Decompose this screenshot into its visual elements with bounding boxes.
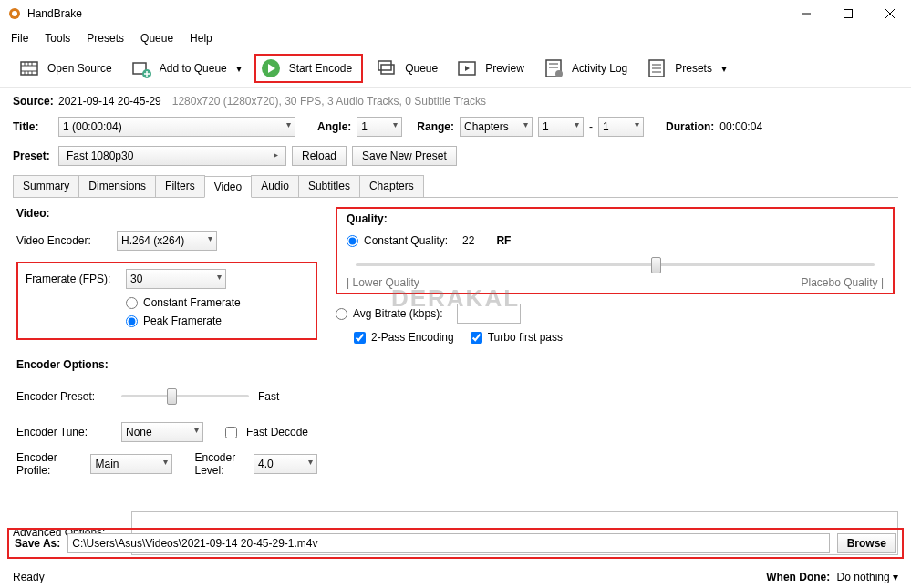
video-encoder-select[interactable]: H.264 (x264): [117, 231, 217, 251]
encoder-preset-label: Encoder Preset:: [16, 390, 112, 403]
tabs: Summary Dimensions Filters Video Audio S…: [13, 175, 898, 198]
tab-dimensions[interactable]: Dimensions: [78, 175, 156, 197]
save-as-label: Save As:: [15, 537, 60, 550]
menu-tools[interactable]: Tools: [37, 29, 78, 47]
status-text: Ready: [13, 571, 45, 583]
window-controls: [785, 0, 911, 27]
peak-framerate-radio[interactable]: [126, 315, 138, 327]
angle-select[interactable]: 1: [357, 117, 402, 137]
start-encode-button[interactable]: Start Encode: [254, 54, 363, 83]
video-encoder-label: Video Encoder:: [16, 234, 108, 247]
title-select[interactable]: 1 (00:00:04): [58, 117, 295, 137]
fast-decode-checkbox[interactable]: [225, 427, 237, 438]
source-row: Source: 2021-09-14 20-45-29 1280x720 (12…: [13, 95, 898, 108]
two-pass-label: 2-Pass Encoding: [371, 331, 454, 344]
constant-quality-radio[interactable]: [347, 235, 358, 247]
svg-point-1: [12, 11, 17, 16]
add-queue-icon: [130, 57, 152, 79]
range-to-select[interactable]: 1: [598, 117, 644, 137]
encoding-passes-row: 2-Pass Encoding Turbo first pass: [354, 331, 895, 344]
tab-summary[interactable]: Summary: [13, 175, 79, 197]
preset-select[interactable]: Fast 1080p30: [58, 146, 286, 166]
constant-quality-value: 22: [462, 234, 474, 247]
window-title: HandBrake: [27, 7, 785, 20]
turbo-checkbox[interactable]: [471, 332, 482, 344]
reload-button[interactable]: Reload: [292, 146, 347, 166]
minimize-button[interactable]: [785, 0, 827, 27]
range-dash: -: [589, 120, 593, 133]
menu-presets[interactable]: Presets: [79, 29, 131, 47]
quality-slider[interactable]: [356, 256, 875, 274]
framerate-highlight-box: Framerate (FPS): 30 Constant Framerate P…: [16, 262, 317, 340]
presets-button[interactable]: Presets ▾: [640, 54, 732, 83]
video-tab-content: Video: Video Encoder: H.264 (x264) Frame…: [13, 198, 898, 495]
preview-button[interactable]: Preview: [450, 54, 530, 83]
start-encode-label: Start Encode: [289, 62, 352, 75]
encoder-preset-value: Fast: [258, 390, 279, 403]
peak-framerate-row: Peak Framerate: [126, 315, 308, 327]
maximize-button[interactable]: [827, 0, 869, 27]
chevron-down-icon[interactable]: ▾: [236, 62, 242, 75]
play-icon: [260, 57, 282, 79]
title-row: Title: 1 (00:00:04) Angle: 1 Range: Chap…: [13, 117, 898, 137]
tab-audio[interactable]: Audio: [251, 175, 299, 197]
tab-video[interactable]: Video: [204, 176, 252, 198]
tab-filters[interactable]: Filters: [155, 175, 205, 197]
two-pass-checkbox[interactable]: [354, 332, 366, 344]
tab-subtitles[interactable]: Subtitles: [298, 175, 360, 197]
video-right-column: Quality: Constant Quality: 22 RF | Lower…: [336, 207, 895, 486]
avg-bitrate-radio[interactable]: [336, 308, 347, 320]
source-label: Source:: [13, 95, 53, 108]
queue-button[interactable]: Queue: [370, 54, 443, 83]
browse-button[interactable]: Browse: [837, 533, 896, 553]
constant-framerate-radio[interactable]: [126, 297, 138, 309]
svg-rect-3: [844, 10, 853, 18]
range-label: Range:: [417, 120, 454, 133]
lower-quality-label: | Lower Quality: [347, 276, 419, 289]
encoder-preset-slider[interactable]: [121, 387, 249, 406]
menu-file[interactable]: File: [4, 29, 36, 47]
framerate-label: Framerate (FPS):: [26, 273, 117, 285]
close-button[interactable]: [869, 0, 911, 27]
menu-queue[interactable]: Queue: [133, 29, 181, 47]
preview-label: Preview: [485, 62, 524, 75]
activity-log-button[interactable]: Activity Log: [537, 54, 633, 83]
save-new-preset-button[interactable]: Save New Preset: [352, 146, 457, 166]
activity-log-icon: [543, 57, 564, 79]
framerate-select[interactable]: 30: [126, 269, 226, 289]
range-from-select[interactable]: 1: [538, 117, 584, 137]
open-source-button[interactable]: Open Source: [13, 54, 118, 83]
menu-help[interactable]: Help: [182, 29, 220, 47]
add-to-queue-button[interactable]: Add to Queue ▾: [125, 54, 247, 83]
video-left-column: Video: Video Encoder: H.264 (x264) Frame…: [16, 207, 317, 486]
constant-quality-label: Constant Quality:: [364, 234, 448, 247]
encoder-profile-row: Encoder Profile: Main Encoder Level: 4.0: [16, 451, 317, 477]
range-type-select[interactable]: Chapters: [460, 117, 533, 137]
encoder-level-select[interactable]: 4.0: [254, 454, 317, 474]
avg-bitrate-input[interactable]: [457, 304, 521, 324]
encoder-tune-select[interactable]: None: [121, 422, 203, 442]
tab-chapters[interactable]: Chapters: [359, 175, 424, 197]
open-source-label: Open Source: [47, 62, 112, 75]
svg-point-28: [555, 70, 563, 77]
content-area: Source: 2021-09-14 20-45-29 1280x720 (12…: [0, 88, 911, 572]
avg-bitrate-row: Avg Bitrate (kbps):: [336, 304, 895, 324]
encoder-tune-row: Encoder Tune: None Fast Decode: [16, 422, 317, 442]
presets-label: Presets: [675, 62, 712, 75]
constant-quality-unit: RF: [496, 234, 511, 247]
constant-quality-row: Constant Quality: 22 RF: [347, 234, 884, 247]
when-done-group: When Done: Do nothing ▾: [766, 571, 898, 583]
preset-row: Preset: Fast 1080p30 Reload Save New Pre…: [13, 146, 898, 166]
svg-rect-22: [381, 65, 394, 74]
encoder-profile-select[interactable]: Main: [90, 454, 172, 474]
handbrake-app-icon: [7, 6, 22, 21]
title-label: Title:: [13, 120, 53, 133]
constant-framerate-row: Constant Framerate: [126, 296, 308, 309]
encoder-options-heading: Encoder Options:: [16, 358, 317, 371]
when-done-value[interactable]: Do nothing ▾: [837, 571, 898, 583]
save-as-input[interactable]: [67, 533, 829, 553]
chevron-down-icon[interactable]: ▾: [721, 62, 727, 75]
framerate-radio-group: Constant Framerate Peak Framerate: [126, 296, 308, 327]
preview-icon: [456, 57, 478, 79]
when-done-label: When Done:: [766, 571, 830, 583]
